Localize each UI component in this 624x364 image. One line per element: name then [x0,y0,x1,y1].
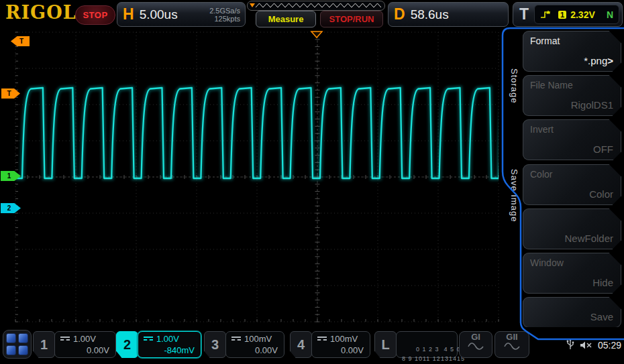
channel-2-panel[interactable]: 1.00V -840mV [138,331,201,358]
t-label: T [519,5,529,23]
four-tiles-icon[interactable] [3,330,32,359]
h-label: H [123,5,134,23]
speaker-muted-icon[interactable] [580,341,592,350]
ch3-scale: 100mV [244,334,272,344]
delay-panel[interactable]: D 58.6us [388,2,509,27]
sine-wave-icon [503,341,521,350]
gi-label: GI [471,332,480,342]
timebase-value: 5.00us [140,7,178,22]
sample-rate: 2.5GSa/s 125kpts [209,7,240,23]
ch4-scale: 100mV [330,334,358,344]
waveform-display [0,0,624,364]
horizontal-panel[interactable]: H 5.00us 2.5GSa/s 125kpts [117,2,246,27]
sine-wave-icon [467,341,484,350]
measure-button[interactable]: Measure [256,11,316,27]
run-state-badge: STOP [75,5,115,25]
d-label: D [394,5,405,23]
dc-coupling-icon [60,337,70,342]
channel-3-button[interactable]: 3 [204,331,226,358]
logic-channels-panel[interactable]: 0 1 2 3 4 5 6 78 9 1011 12131415 [396,331,458,358]
menu-item-value: *.png> [584,55,613,66]
menu-item-label: Window [530,257,564,268]
tile [6,333,16,343]
rigol-logo: RIGOL [5,2,76,23]
menu-item-value: Hide [592,277,613,288]
menu-item-value: RigolDS1 [571,99,613,111]
ch2-offset: -840mV [164,345,195,355]
menu-item-value: Save [590,311,613,322]
zigzag-pattern [256,3,381,7]
menu-item-label: Invert [530,124,554,135]
clock: 05:29 [598,340,621,351]
tile [6,345,16,355]
dc-coupling-icon [144,337,153,342]
bottom-bar: 1 1.00V 0.00V 2 1.00V -840mV 3 100mV 0.0… [0,327,624,364]
menu-item-label: Format [530,36,560,46]
channel-2-button[interactable]: 2 [116,331,138,358]
channel-4-button[interactable]: 4 [290,331,312,358]
delay-value: 58.6us [411,7,449,22]
channel-3-panel[interactable]: 100mV 0.00V [225,331,284,358]
rising-edge-trigger-icon [540,9,552,19]
channel-1-panel[interactable]: 1.00V 0.00V [54,331,116,358]
ch1-offset: 0.00V [87,345,109,355]
menu-item-value: Color [589,188,613,200]
trigger-source-chip: 1 [558,11,566,19]
trigger-level-value: 2.32V [570,9,595,20]
tile [18,333,28,343]
ch2-waveform-glow [15,88,529,178]
trigger-sweep-mode: N [607,9,613,20]
logic-digit-rows: 0 1 2 3 4 5 6 78 9 1011 12131415 [402,335,467,363]
trigger-info-box: 1 2.32V N [534,5,619,24]
menu-item-label: File Name [530,80,573,90]
dc-coupling-icon [317,337,327,342]
logic-channels-button[interactable]: L [374,331,397,358]
status-area: 05:29 [566,339,621,351]
source-gi-button[interactable]: GI [459,331,492,358]
memory-position-icon [250,3,255,7]
gii-label: GII [506,332,517,342]
ch3-offset: 0.00V [255,345,278,355]
ch2-waveform [15,88,529,178]
trigger-panel[interactable]: T 1 2.32V N [513,2,623,27]
stop-run-button[interactable]: STOP/RUN [320,11,383,27]
ch1-scale: 1.00V [73,334,96,344]
channel-4-panel[interactable]: 100mV 0.00V [311,331,370,358]
source-gii-button[interactable]: GII [495,331,529,358]
channel-1-button[interactable]: 1 [33,331,55,358]
memory-waveform-strip [247,1,385,11]
usb-icon[interactable] [566,339,574,351]
menu-item-value: NewFolder [564,233,613,244]
menu-item-value: OFF [593,143,613,155]
ch2-scale: 1.00V [156,334,179,344]
menu-item-label: Color [530,169,552,180]
ch4-offset: 0.00V [341,345,364,355]
tile [18,345,28,355]
submenu-chevron-icon: > [607,55,613,66]
trigger-position-triangle-icon[interactable] [311,32,322,38]
dc-coupling-icon [231,337,241,342]
